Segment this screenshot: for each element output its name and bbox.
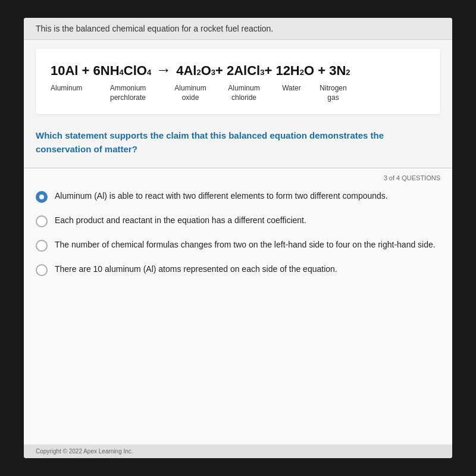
- radio-d[interactable]: [36, 264, 48, 276]
- eq-sub-3b: 3: [260, 68, 264, 77]
- answer-text-c: The number of chemical formulas changes …: [55, 239, 436, 251]
- eq-sub-2c: 2: [346, 68, 350, 77]
- label-ammonium: Ammoniumperchlorate: [98, 84, 158, 102]
- eq-sub-3a: 3: [211, 68, 215, 77]
- banner-text: This is the balanced chemical equation f…: [36, 24, 273, 33]
- eq-sub-2a: 2: [196, 68, 201, 77]
- arrow-icon: →: [156, 61, 171, 79]
- answer-text-a: Aluminum (Al) is able to react with two …: [55, 190, 388, 202]
- label-aluminum: Aluminum: [51, 84, 98, 102]
- radio-b[interactable]: [36, 215, 48, 227]
- copyright-text: Copyright © 2022 Apex Learning Inc.: [36, 448, 133, 455]
- label-aluminum-oxide: Aluminumoxide: [164, 84, 217, 102]
- labels-row: Aluminum Ammoniumperchlorate Aluminumoxi…: [51, 84, 425, 102]
- equation-section: 10Al + 6NH4ClO4 → 4Al2O3 + 2AlCl3 + 12H2…: [36, 49, 440, 114]
- answer-option-b[interactable]: Each product and reactant in the equatio…: [36, 215, 440, 227]
- label-water: Water: [271, 84, 312, 102]
- radio-a[interactable]: [36, 191, 48, 203]
- radio-c[interactable]: [36, 240, 48, 252]
- eq-sub-4: 4: [120, 68, 124, 77]
- screen: This is the balanced chemical equation f…: [24, 18, 452, 458]
- eq-4al2o3: 4Al: [176, 63, 196, 79]
- copyright-bar: Copyright © 2022 Apex Learning Inc.: [24, 444, 452, 458]
- eq-clo4: ClO: [124, 63, 147, 79]
- eq-o3: O: [201, 63, 211, 79]
- equation-display: 10Al + 6NH4ClO4 → 4Al2O3 + 2AlCl3 + 12H2…: [51, 61, 425, 79]
- answer-option-d[interactable]: There are 10 aluminum (Al) atoms represe…: [36, 264, 440, 276]
- label-aluminum-chloride: Aluminumchloride: [217, 84, 271, 102]
- eq-sub-2b: 2: [300, 68, 304, 77]
- answers-section: 3 of 4 QUESTIONS Aluminum (Al) is able t…: [24, 168, 452, 444]
- eq-10al: 10Al + 6NH: [51, 63, 120, 79]
- eq-sub-4b: 4: [147, 68, 151, 77]
- top-banner: This is the balanced chemical equation f…: [24, 18, 452, 40]
- label-nitrogen: Nitrogengas: [312, 84, 354, 102]
- eq-plus2: + 12H: [264, 63, 299, 79]
- question-text: Which statement supports the claim that …: [36, 129, 440, 156]
- question-section: Which statement supports the claim that …: [24, 123, 452, 168]
- answer-option-a[interactable]: Aluminum (Al) is able to react with two …: [36, 190, 440, 203]
- question-counter: 3 of 4 QUESTIONS: [36, 174, 440, 181]
- answer-text-b: Each product and reactant in the equatio…: [55, 215, 306, 227]
- eq-o: O + 3N: [304, 63, 346, 79]
- eq-plus1: + 2AlCl: [215, 63, 260, 79]
- answer-text-d: There are 10 aluminum (Al) atoms represe…: [55, 264, 337, 275]
- answer-option-c[interactable]: The number of chemical formulas changes …: [36, 239, 440, 252]
